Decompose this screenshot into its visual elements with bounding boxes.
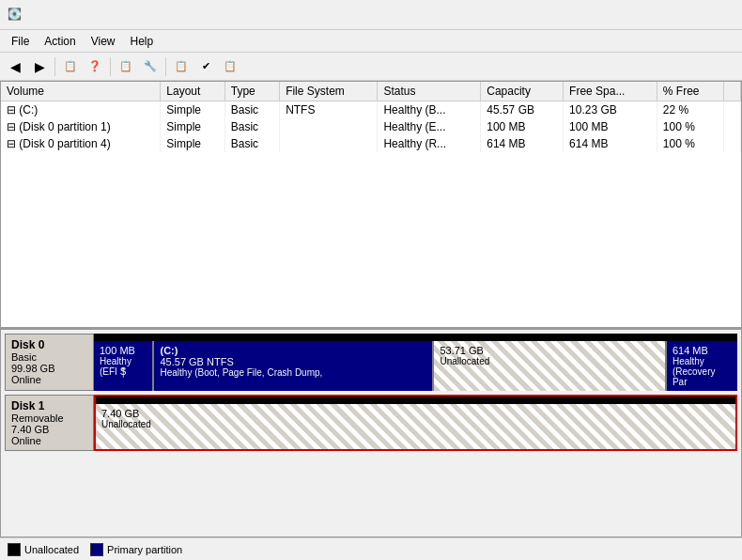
table-header-row: Volume Layout Type File System Status Ca…: [1, 82, 741, 101]
cell-capacity: 614 MB: [481, 135, 564, 152]
close-button[interactable]: [691, 0, 734, 30]
cell-free: 10.23 GB: [564, 101, 657, 119]
disk-top-bar-disk1: [96, 397, 735, 404]
partition-size: 100 MB: [100, 345, 147, 356]
toolbar-separator-1: [54, 57, 55, 76]
disk-panel: Disk 0 Basic 99.98 GB Online 100 MB Heal…: [1, 330, 741, 537]
cell-pct: 100 %: [657, 118, 723, 135]
disk-type: Basic: [11, 351, 87, 363]
cell-status: Healthy (R...: [378, 135, 481, 152]
partition-size: 614 MB: [672, 345, 732, 356]
partition-disk0-2[interactable]: 53.71 GB Unallocated: [434, 341, 666, 391]
partition-disk0-1[interactable]: (C:) 45.57 GB NTFS Healthy (Boot, Page F…: [154, 341, 434, 391]
partition-info: Healthy (EFI S: [100, 356, 147, 377]
toolbar-btn-8[interactable]: ✔: [194, 55, 217, 78]
menu-view[interactable]: View: [84, 31, 123, 52]
col-pct: % Free: [657, 82, 723, 101]
legend-unallocated-box: [8, 543, 21, 556]
col-extra: [724, 82, 741, 101]
disk-row-disk1[interactable]: Disk 1 Removable 7.40 GB Online 7.40 GB …: [5, 395, 737, 451]
cell-filesystem: [280, 135, 378, 152]
menu-file[interactable]: File: [4, 31, 37, 52]
forward-button[interactable]: ▶: [28, 55, 51, 78]
disk-row-disk0[interactable]: Disk 0 Basic 99.98 GB Online 100 MB Heal…: [5, 334, 737, 391]
partition-info: Unallocated: [101, 419, 730, 429]
cell-extra: [724, 135, 741, 152]
cell-status: Healthy (E...: [378, 118, 481, 135]
col-capacity: Capacity: [481, 82, 564, 101]
toolbar-btn-9[interactable]: 📋: [219, 55, 241, 78]
cell-status: Healthy (B...: [378, 101, 481, 119]
col-type: Type: [224, 82, 279, 101]
menubar: File Action View Help: [0, 30, 742, 53]
cell-filesystem: NTFS: [280, 101, 378, 119]
disk-status: Online: [11, 435, 87, 446]
cell-layout: Simple: [161, 101, 224, 119]
disk-top-bar-disk0: [94, 334, 737, 341]
disk-partitions-wrapper-disk0: 100 MB Healthy (EFI S ↑ (C:) 45.57 GB NT…: [94, 334, 737, 391]
partition-size: 45.57 GB NTFS: [160, 356, 426, 367]
toolbar-btn-5[interactable]: 📋: [115, 55, 137, 78]
cell-volume: ⊟ (Disk 0 partition 4): [1, 135, 161, 152]
partition-size: 7.40 GB: [101, 408, 730, 419]
cell-type: Basic: [224, 118, 279, 135]
legend-primary-label: Primary partition: [107, 544, 182, 555]
disk-partitions-inner-disk1: 7.40 GB Unallocated: [96, 404, 735, 449]
legend-unallocated-label: Unallocated: [24, 544, 79, 555]
partition-info: Healthy (Recovery Par: [672, 356, 732, 387]
titlebar: 💽: [0, 0, 742, 30]
partition-disk0-0[interactable]: 100 MB Healthy (EFI S ↑: [94, 341, 154, 391]
main-content: Volume Layout Type File System Status Ca…: [0, 81, 742, 537]
disk-partitions-inner-disk0: 100 MB Healthy (EFI S ↑ (C:) 45.57 GB NT…: [94, 341, 737, 391]
volume-table: Volume Layout Type File System Status Ca…: [1, 82, 741, 152]
toolbar-separator-2: [110, 57, 111, 76]
toolbar-btn-3[interactable]: 📋: [59, 55, 82, 78]
legend-primary-box: [90, 543, 103, 556]
col-filesystem: File System: [280, 82, 378, 101]
table-row[interactable]: ⊟ (Disk 0 partition 1) Simple Basic Heal…: [1, 118, 741, 135]
disk-partitions-wrapper-disk1: 7.40 GB Unallocated: [94, 395, 737, 451]
partition-info: Unallocated: [440, 356, 658, 366]
cell-type: Basic: [224, 101, 279, 119]
minimize-button[interactable]: [605, 0, 648, 30]
cell-volume: ⊟ (Disk 0 partition 1): [1, 118, 161, 135]
cell-filesystem: [280, 118, 378, 135]
partition-info: Healthy (Boot, Page File, Crash Dump,: [160, 367, 426, 378]
toolbar-btn-7[interactable]: 📋: [170, 55, 193, 78]
cell-free: 614 MB: [564, 135, 657, 152]
disk-size: 7.40 GB: [11, 424, 87, 435]
back-button[interactable]: ◀: [4, 55, 26, 78]
disk-label-disk1: Disk 1 Removable 7.40 GB Online: [5, 395, 94, 451]
cell-type: Basic: [224, 135, 279, 152]
disk-name: Disk 1: [11, 399, 87, 412]
help-button[interactable]: ❓: [84, 55, 106, 78]
menu-action[interactable]: Action: [37, 31, 83, 52]
menu-help[interactable]: Help: [123, 31, 162, 52]
table-row[interactable]: ⊟ (Disk 0 partition 4) Simple Basic Heal…: [1, 135, 741, 152]
cell-capacity: 45.57 GB: [481, 101, 564, 119]
partition-disk1-0[interactable]: 7.40 GB Unallocated: [96, 404, 735, 449]
table-row[interactable]: ⊟ (C:) Simple Basic NTFS Healthy (B... 4…: [1, 101, 741, 119]
partition-name: (C:): [160, 345, 426, 356]
cell-layout: Simple: [161, 135, 224, 152]
toolbar: ◀ ▶ 📋 ❓ 📋 🔧 📋 ✔ 📋: [0, 53, 742, 81]
cell-capacity: 100 MB: [481, 118, 564, 135]
cell-volume: ⊟ (C:): [1, 101, 161, 119]
window-controls: [605, 0, 734, 30]
toolbar-separator-3: [165, 57, 166, 76]
partition-size: 53.71 GB: [440, 345, 658, 356]
disk-name: Disk 0: [11, 338, 87, 351]
partition-disk0-3[interactable]: 614 MB Healthy (Recovery Par: [667, 341, 737, 391]
disk-label-disk0: Disk 0 Basic 99.98 GB Online: [5, 334, 94, 391]
col-status: Status: [378, 82, 481, 101]
app-icon: 💽: [8, 8, 23, 23]
maximize-button[interactable]: [648, 0, 691, 30]
col-volume: Volume: [1, 82, 161, 101]
legend-unallocated: Unallocated: [8, 543, 79, 556]
cell-extra: [724, 101, 741, 119]
cell-layout: Simple: [161, 118, 224, 135]
col-layout: Layout: [161, 82, 224, 101]
legend-primary: Primary partition: [90, 543, 182, 556]
toolbar-btn-6[interactable]: 🔧: [139, 55, 162, 78]
volume-table-panel: Volume Layout Type File System Status Ca…: [1, 82, 741, 330]
